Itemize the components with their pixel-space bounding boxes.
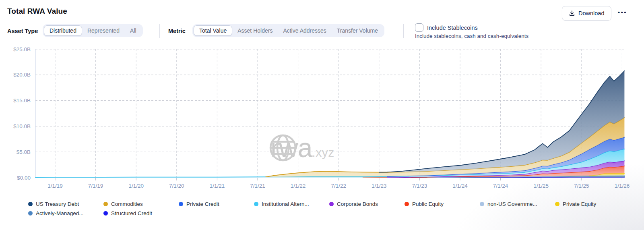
asset-type-segmented-control[interactable]: DistributedRepresentedAll (43, 24, 143, 37)
asset-type-label: Asset Type (7, 28, 38, 34)
legend-label: Corporate Bonds (337, 201, 378, 207)
more-options-icon[interactable]: ••• (618, 9, 627, 16)
y-axis-tick-label: $10.0B (13, 123, 31, 129)
x-axis-tick-label: 1/1/20 (128, 183, 144, 189)
controls-row: Asset Type DistributedRepresentedAll Met… (0, 23, 644, 40)
legend-dot-icon (28, 211, 33, 215)
option-distributed[interactable]: Distributed (44, 25, 82, 36)
legend-dot-icon (28, 202, 33, 206)
legend-item[interactable]: Structured Credit (103, 209, 179, 217)
option-active-addresses[interactable]: Active Addresses (278, 25, 331, 36)
x-axis-tick-label: 1/1/24 (452, 183, 468, 189)
legend-label: Commodities (111, 201, 143, 207)
legend-item[interactable]: non-US Governme... (480, 200, 555, 208)
legend-dot-icon (405, 202, 409, 206)
stacked-area-chart[interactable]: $25.0B$20.0B$15.0B$10.0B$5.0B$0.001/1/19… (4, 45, 636, 195)
download-icon (569, 10, 575, 17)
legend-dot-icon (254, 202, 258, 206)
legend-label: Private Equity (563, 201, 596, 207)
x-axis-tick-label: 1/1/19 (47, 183, 63, 189)
legend-item[interactable]: Corporate Bonds (329, 200, 405, 208)
area-us-treasury-debt (35, 71, 625, 177)
x-axis-tick-label: 7/1/22 (331, 183, 346, 189)
page-title: Total RWA Value (7, 7, 67, 16)
x-axis-tick-label: 7/1/20 (169, 183, 184, 189)
x-axis-tick-label: 1/1/21 (210, 183, 225, 189)
divider (403, 24, 404, 38)
y-axis-tick-label: $0.00 (17, 175, 31, 181)
chart-area[interactable]: rwa .xyz $25.0B$20.0B$15.0B$10.0B$5.0B$0… (4, 45, 636, 195)
x-axis-tick-label: 1/1/23 (372, 183, 387, 189)
x-axis-tick-label: 1/1/26 (615, 183, 630, 189)
legend-label: Public Equity (412, 201, 444, 207)
legend-item[interactable]: Actively-Managed... (28, 209, 103, 217)
legend-dot-icon (103, 211, 108, 215)
include-stablecoins-label: Include Stablecoins (427, 25, 478, 31)
chart-legend: US Treasury DebtCommoditiesPrivate Credi… (28, 200, 630, 217)
legend-dot-icon (103, 202, 108, 206)
metric-segmented-control[interactable]: Total ValueAsset HoldersActive Addresses… (192, 24, 384, 37)
legend-label: non-US Governme... (487, 201, 537, 207)
include-stablecoins-description: Include stablecoins, cash and cash-equiv… (415, 33, 528, 39)
metric-label: Metric (168, 28, 186, 34)
legend-item[interactable]: Private Equity (555, 200, 630, 208)
rwa-chart-card: Total RWA Value Download ••• Asset Type … (0, 0, 644, 230)
x-axis-tick-label: 7/1/19 (88, 183, 103, 189)
legend-item[interactable]: Commodities (103, 200, 179, 208)
legend-label: US Treasury Debt (36, 201, 79, 207)
legend-label: Institutional Altern... (262, 201, 309, 207)
option-represented[interactable]: Represented (82, 25, 125, 36)
legend-item[interactable]: Private Credit (179, 200, 254, 208)
option-asset-holders[interactable]: Asset Holders (232, 25, 278, 36)
legend-label: Private Credit (186, 201, 219, 207)
legend-dot-icon (480, 202, 484, 206)
legend-item[interactable]: Institutional Altern... (254, 200, 329, 208)
download-button-label: Download (578, 10, 605, 17)
legend-dot-icon (555, 202, 559, 206)
legend-dot-icon (179, 202, 183, 206)
divider (159, 24, 160, 38)
option-transfer-volume[interactable]: Transfer Volume (332, 25, 383, 36)
option-all[interactable]: All (125, 25, 142, 36)
y-axis-tick-label: $5.0B (17, 149, 31, 155)
legend-label: Actively-Managed... (36, 210, 84, 216)
download-button[interactable]: Download (562, 6, 611, 21)
include-stablecoins-group: Include Stablecoins Include stablecoins,… (415, 23, 528, 39)
legend-item[interactable]: Public Equity (405, 200, 480, 208)
y-axis-tick-label: $25.0B (13, 46, 31, 52)
y-axis-tick-label: $20.0B (13, 72, 31, 78)
y-axis-tick-label: $15.0B (13, 97, 31, 104)
x-axis-tick-label: 7/1/23 (412, 183, 427, 189)
option-total-value[interactable]: Total Value (194, 25, 232, 36)
legend-label: Structured Credit (111, 210, 152, 216)
x-axis-tick-label: 7/1/21 (250, 183, 265, 189)
legend-dot-icon (329, 202, 334, 206)
x-axis-tick-label: 1/1/22 (291, 183, 306, 189)
x-axis-tick-label: 1/1/25 (533, 183, 549, 189)
x-axis-tick-label: 7/1/25 (574, 183, 589, 189)
legend-item[interactable]: US Treasury Debt (28, 200, 103, 208)
x-axis-tick-label: 7/1/24 (493, 183, 508, 189)
include-stablecoins-checkbox[interactable] (415, 23, 423, 32)
